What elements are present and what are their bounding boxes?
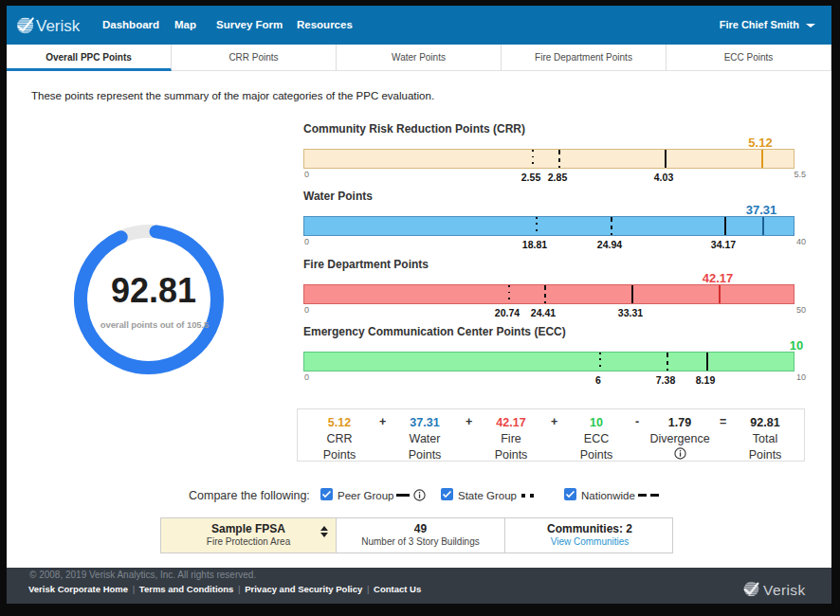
svg-text:Verisk: Verisk bbox=[763, 582, 806, 598]
svg-text:Verisk: Verisk bbox=[36, 17, 81, 35]
